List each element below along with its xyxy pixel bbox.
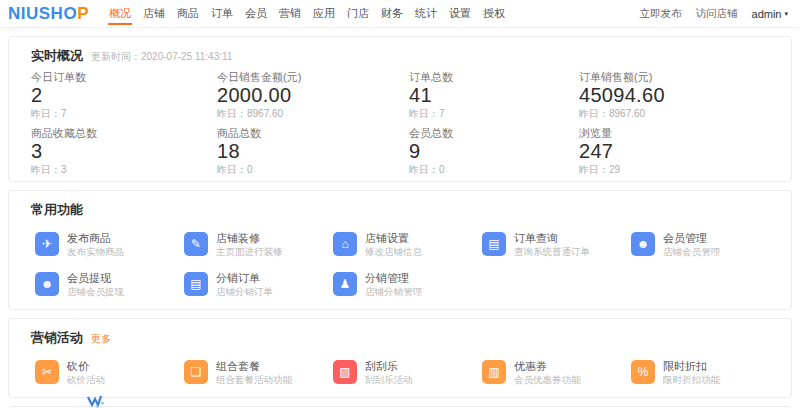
publish-goods-icon: ✈: [35, 232, 59, 256]
logo-text-main: NIUSHO: [8, 4, 77, 23]
nav-item-店铺[interactable]: 店铺: [137, 0, 171, 27]
scratch-card-icon: ▨: [333, 360, 357, 384]
niushop-logo[interactable]: NIUSHOP: [8, 4, 89, 24]
feature-scratch-card[interactable]: ▨ 刮刮乐 刮刮乐活动: [333, 360, 482, 385]
distribution-manage-icon: ♟: [333, 272, 357, 296]
header-actions: 立即发布 访问店铺 admin ▾: [640, 7, 788, 21]
feature-time-discount[interactable]: % 限时折扣 限时折扣功能: [631, 360, 780, 385]
main-nav: 概况店铺商品订单会员营销应用门店财务统计设置授权: [103, 0, 511, 27]
top-navbar: NIUSHOP 概况店铺商品订单会员营销应用门店财务统计设置授权 立即发布 访问…: [0, 0, 800, 28]
stat-cell: 会员总数 9 昨日：0: [409, 127, 579, 175]
stat-cell: 订单销售额(元) 45094.60 昨日：8967.60: [579, 71, 771, 119]
stat-cell: 商品收藏总数 3 昨日：3: [31, 127, 217, 175]
feature-distribution-manage[interactable]: ♟ 分销管理 店铺分销管理: [333, 272, 482, 297]
coupon-icon: ▥: [482, 360, 506, 384]
user-menu[interactable]: admin ▾: [752, 8, 788, 20]
order-query-icon: ▤: [482, 232, 506, 256]
feature-publish-goods[interactable]: ✈ 发布商品 发布实物商品: [35, 232, 184, 257]
member-withdraw-icon: ☻: [35, 272, 59, 296]
feature-coupon[interactable]: ▥ 优惠券 会员优惠券功能: [482, 360, 631, 385]
logo-text-accent: P: [77, 4, 89, 23]
visit-shop-link[interactable]: 访问店铺: [696, 7, 738, 21]
feature-shop-settings[interactable]: ⌂ 店铺设置 修改店铺信息: [333, 232, 482, 257]
section-title-common-functions: 常用功能: [31, 201, 83, 219]
nav-item-概况[interactable]: 概况: [103, 0, 137, 27]
stat-cell: 商品总数 18 昨日：0: [217, 127, 409, 175]
marketing-grid: ✂ 砍价 砍价活动 ❏ 组合套餐 组合套餐活动功能 ▨ 刮刮乐 刮刮乐活动 ▥ …: [31, 360, 771, 385]
common-functions-grid: ✈ 发布商品 发布实物商品 ✎ 店铺装修 主页面进行装修 ⌂ 店铺设置 修改店铺…: [31, 232, 771, 297]
member-manage-icon: ☻: [631, 232, 655, 256]
stat-cell: 今日订单数 2 昨日：7: [31, 71, 217, 119]
watermark-glyph: [86, 394, 106, 408]
update-time: 更新时间：2020-07-25 11:43:11: [91, 50, 232, 64]
shop-settings-icon: ⌂: [333, 232, 357, 256]
stats-grid: 今日订单数 2 昨日：7 今日销售金额(元) 2000.00 昨日：8967.6…: [31, 71, 771, 175]
nav-item-商品[interactable]: 商品: [171, 0, 205, 27]
common-functions-section: 常用功能 ✈ 发布商品 发布实物商品 ✎ 店铺装修 主页面进行装修 ⌂ 店铺设置…: [8, 190, 792, 310]
username: admin: [752, 8, 782, 20]
section-title-overview: 实时概况: [31, 47, 83, 65]
realtime-overview-section: 实时概况 更新时间：2020-07-25 11:43:11 今日订单数 2 昨日…: [8, 36, 792, 182]
publish-now-link[interactable]: 立即发布: [640, 7, 682, 21]
nav-item-授权[interactable]: 授权: [477, 0, 511, 27]
time-discount-icon: %: [631, 360, 655, 384]
distribution-order-icon: ▤: [184, 272, 208, 296]
feature-shop-decorate[interactable]: ✎ 店铺装修 主页面进行装修: [184, 232, 333, 257]
nav-item-营销[interactable]: 营销: [273, 0, 307, 27]
section-title-marketing: 营销活动: [31, 329, 83, 347]
nav-item-设置[interactable]: 设置: [443, 0, 477, 27]
nav-item-会员[interactable]: 会员: [239, 0, 273, 27]
nav-item-订单[interactable]: 订单: [205, 0, 239, 27]
bargain-icon: ✂: [35, 360, 59, 384]
chevron-down-icon: ▾: [784, 10, 788, 18]
feature-member-manage[interactable]: ☻ 会员管理 店铺会员管理: [631, 232, 780, 257]
stat-cell: 订单总数 41 昨日：7: [409, 71, 579, 119]
stat-cell: 今日销售金额(元) 2000.00 昨日：8967.60: [217, 71, 409, 119]
feature-member-withdraw[interactable]: ☻ 会员提现 店铺会员提现: [35, 272, 184, 297]
nav-item-财务[interactable]: 财务: [375, 0, 409, 27]
feature-order-query[interactable]: ▤ 订单查询 查询系统普通订单: [482, 232, 631, 257]
feature-bargain[interactable]: ✂ 砍价 砍价活动: [35, 360, 184, 385]
shop-decorate-icon: ✎: [184, 232, 208, 256]
nav-item-门店[interactable]: 门店: [341, 0, 375, 27]
marketing-activities-section: 营销活动 更多 ✂ 砍价 砍价活动 ❏ 组合套餐 组合套餐活动功能 ▨ 刮刮乐 …: [8, 318, 792, 398]
nav-item-应用[interactable]: 应用: [307, 0, 341, 27]
feature-distribution-order[interactable]: ▤ 分销订单 店铺分销订单: [184, 272, 333, 297]
feature-combo-package[interactable]: ❏ 组合套餐 组合套餐活动功能: [184, 360, 333, 385]
marketing-more-link[interactable]: 更多: [91, 332, 111, 346]
nav-item-统计[interactable]: 统计: [409, 0, 443, 27]
combo-package-icon: ❏: [184, 360, 208, 384]
stat-cell: 浏览量 247 昨日：29: [579, 127, 771, 175]
